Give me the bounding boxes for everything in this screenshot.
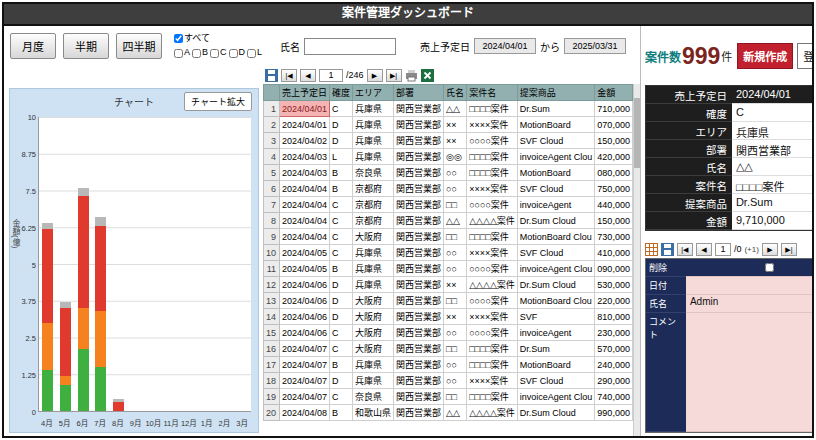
table-cell[interactable]: △△ [444,101,467,117]
table-cell[interactable]: 150,000 [595,213,633,229]
table-cell[interactable]: Dr.Sum [517,341,595,357]
table-cell[interactable]: ××××案件 [467,309,518,325]
table-cell[interactable]: 290,000 [595,373,633,389]
grade-checkbox-input-B[interactable] [192,49,201,58]
table-cell[interactable]: 関西営業部 [394,325,444,341]
detail-field-value[interactable]: △△ [732,158,814,176]
detail-field-value[interactable]: □□□□案件 [732,176,814,194]
table-cell[interactable]: 2024/04/05 [280,261,330,277]
table-cell[interactable]: 230,000 [595,325,633,341]
table-cell[interactable]: SVF [517,309,595,325]
column-header[interactable]: 確度 [330,85,353,101]
table-cell[interactable]: □□□□案件 [467,357,518,373]
table-cell[interactable]: 2024/04/04 [280,181,330,197]
table-cell[interactable]: 関西営業部 [394,165,444,181]
table-cell[interactable]: ××××案件 [467,373,518,389]
detail-field-value[interactable]: 関西営業部 [732,140,814,158]
table-cell[interactable]: 070,000 [595,117,633,133]
table-cell[interactable]: 2024/04/08 [280,405,330,421]
detail-field-value[interactable]: 兵庫県 [732,122,814,140]
table-cell[interactable]: ○○○○案件 [467,293,518,309]
table-cell[interactable]: 兵庫県 [353,149,394,165]
subgrid-row-value[interactable]: Admin [686,295,814,313]
subgrid-row-value[interactable] [686,259,814,277]
table-cell[interactable]: ×× [444,309,467,325]
name-filter-input[interactable] [304,38,396,55]
table-cell[interactable]: 2024/04/03 [280,149,330,165]
table-cell[interactable]: 2024/04/01 [280,117,330,133]
table-cell[interactable]: invoiceAgent Clou [517,389,595,405]
bar-11月[interactable] [163,117,181,411]
table-cell[interactable]: 710,000 [595,101,633,117]
table-cell[interactable]: 2024/04/07 [280,357,330,373]
table-cell[interactable]: 2024/04/04 [280,197,330,213]
bar-4月[interactable] [39,117,57,411]
table-cell[interactable]: C [330,325,353,341]
table-cell[interactable]: ×× [444,133,467,149]
table-cell[interactable]: 2024/04/07 [280,341,330,357]
table-cell[interactable]: 関西営業部 [394,261,444,277]
table-cell[interactable]: 関西営業部 [394,229,444,245]
detail-field-value[interactable]: Dr.Sum [732,194,814,212]
chart-expand-button[interactable]: チャート拡大 [184,92,252,111]
table-row[interactable]: 62024/04/04B京都府関西営業部○○××××案件SVF Cloud750… [264,181,633,197]
table-cell[interactable]: 2024/04/06 [280,325,330,341]
table-cell[interactable]: 2024/04/01 [280,101,330,117]
next-page-button[interactable]: ▶ [367,69,383,82]
bar-7月[interactable] [92,117,110,411]
table-row[interactable]: 52024/04/03B奈良県関西営業部○○□□□□案件MotionBoard0… [264,165,633,181]
table-row[interactable]: 112024/04/05B兵庫県関西営業部○○○○○○案件invoiceAgen… [264,261,633,277]
table-cell[interactable]: 410,000 [595,245,633,261]
table-cell[interactable]: 090,000 [595,261,633,277]
table-cell[interactable]: □□□□案件 [467,165,518,181]
column-header[interactable]: 提案商品 [517,85,595,101]
table-cell[interactable]: □□□□案件 [467,149,518,165]
scrollbar-thumb[interactable] [634,98,640,168]
detail-field-value[interactable]: 2024/04/01 [732,86,814,104]
table-row[interactable]: 102024/04/05C兵庫県関西営業部○○××××案件SVF Cloud41… [264,245,633,261]
table-cell[interactable]: 京都府 [353,213,394,229]
table-cell[interactable]: ××××案件 [467,117,518,133]
table-cell[interactable]: 兵庫県 [353,261,394,277]
detail-field-value[interactable]: C [732,104,814,122]
subgrid-row-value[interactable] [686,277,814,295]
table-cell[interactable]: MotionBoard [517,117,595,133]
table-cell[interactable]: 関西営業部 [394,293,444,309]
grade-checkbox-D[interactable]: D [229,47,246,59]
table-cell[interactable]: invoiceAgent [517,325,595,341]
table-cell[interactable]: 大阪府 [353,293,394,309]
table-cell[interactable]: □□ [444,229,467,245]
table-cell[interactable]: 150,000 [595,133,633,149]
table-row[interactable]: 142024/04/06D大阪府関西営業部××××××案件SVF810,000 [264,309,633,325]
grade-checkbox-B[interactable]: B [192,47,208,59]
grade-checkbox-input-C[interactable] [210,49,219,58]
table-cell[interactable]: D [330,133,353,149]
grade-checkbox-C[interactable]: C [210,47,227,59]
table-cell[interactable]: ○○ [444,261,467,277]
period-button-2[interactable]: 半期 [63,33,109,59]
table-cell[interactable]: C [330,389,353,405]
table-cell[interactable]: 2024/04/04 [280,229,330,245]
subgrid-page-input[interactable] [715,243,731,256]
table-cell[interactable]: □□ [444,389,467,405]
last-page-button[interactable]: ▶| [386,69,402,82]
table-cell[interactable]: B [330,165,353,181]
table-cell[interactable]: △△△△案件 [467,277,518,293]
table-cell[interactable]: ○○○○案件 [467,133,518,149]
table-cell[interactable]: 京都府 [353,181,394,197]
grade-checkbox-A[interactable]: A [174,47,190,59]
table-cell[interactable]: B [330,405,353,421]
table-cell[interactable]: 関西営業部 [394,245,444,261]
new-case-button[interactable]: 新規作成 [737,43,793,69]
table-cell[interactable]: 関西営業部 [394,101,444,117]
delete-checkbox[interactable] [765,263,774,272]
table-cell[interactable]: invoiceAgent [517,197,595,213]
first-page-button[interactable]: |◀ [281,69,297,82]
table-cell[interactable]: B [330,357,353,373]
table-cell[interactable]: 関西営業部 [394,373,444,389]
table-cell[interactable]: 兵庫県 [353,245,394,261]
table-cell[interactable]: 兵庫県 [353,133,394,149]
table-cell[interactable]: 420,000 [595,149,633,165]
table-cell[interactable]: C [330,101,353,117]
column-header[interactable]: 氏名 [444,85,467,101]
